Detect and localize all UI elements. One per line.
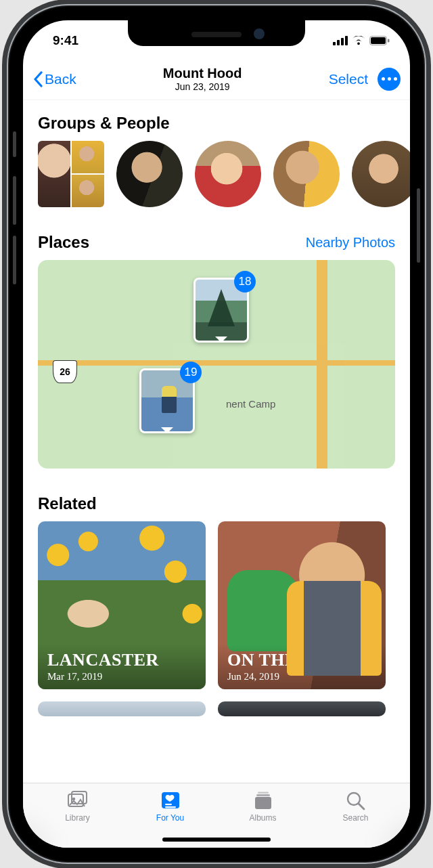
tab-bar: Library For You Albums Search — [23, 783, 410, 848]
person-thumbnail — [72, 175, 104, 207]
select-button[interactable]: Select — [329, 71, 368, 87]
battery-icon — [369, 36, 390, 45]
home-indicator[interactable] — [162, 838, 271, 842]
person-avatar[interactable] — [273, 141, 340, 207]
library-icon — [67, 790, 89, 810]
related-heading: Related — [38, 494, 97, 513]
related-memory-card[interactable] — [38, 701, 206, 716]
route-shield: 26 — [53, 360, 77, 383]
nav-title: Mount Hood — [163, 66, 242, 81]
svg-rect-1 — [337, 40, 340, 45]
people-group-tile[interactable] — [38, 141, 104, 207]
memory-date: Jun 24, 2019 — [227, 671, 376, 682]
map-photo-pin[interactable]: 18 — [193, 278, 249, 343]
person-thumbnail — [72, 141, 104, 173]
people-row[interactable] — [23, 141, 410, 207]
svg-rect-6 — [388, 39, 390, 43]
related-memory-card[interactable]: LANCASTER Mar 17, 2019 — [38, 521, 206, 689]
back-button[interactable]: Back — [32, 71, 76, 87]
memory-title: ON THE TRAIL — [227, 652, 376, 669]
ellipsis-icon — [382, 77, 385, 81]
svg-rect-14 — [256, 794, 270, 796]
nearby-photos-link[interactable]: Nearby Photos — [306, 235, 395, 251]
related-memory-card[interactable] — [218, 701, 386, 716]
memory-title: LANCASTER — [47, 652, 196, 669]
tab-label: Albums — [249, 813, 276, 823]
navigation-bar: Back Mount Hood Jun 23, 2019 Select — [23, 58, 410, 100]
tab-label: Search — [342, 813, 368, 823]
map-photo-pin[interactable]: 19 — [139, 368, 195, 433]
nav-subtitle: Jun 23, 2019 — [163, 81, 242, 92]
svg-rect-2 — [341, 38, 344, 45]
tab-albums[interactable]: Albums — [223, 790, 304, 823]
svg-rect-13 — [255, 797, 271, 809]
svg-rect-0 — [333, 42, 336, 45]
device-notch — [128, 20, 305, 46]
search-icon — [345, 790, 367, 810]
map-place-label: nent Camp — [226, 398, 275, 410]
svg-line-17 — [359, 804, 364, 809]
tab-library[interactable]: Library — [37, 790, 118, 823]
places-heading: Places — [38, 233, 89, 252]
svg-rect-3 — [345, 36, 348, 45]
back-label: Back — [45, 71, 76, 87]
people-heading: Groups & People — [38, 114, 170, 133]
tab-label: For You — [156, 813, 184, 823]
svg-rect-11 — [165, 804, 172, 805]
related-memory-card[interactable]: ON THE TRAIL Jun 24, 2019 — [218, 521, 386, 689]
content-scroll[interactable]: Groups & People Places Nearby Photos — [23, 100, 410, 783]
pin-count-badge: 18 — [234, 271, 256, 292]
svg-point-8 — [72, 798, 74, 800]
person-thumbnail — [38, 141, 70, 207]
svg-rect-5 — [371, 37, 386, 44]
tab-label: Library — [65, 813, 90, 823]
tab-search[interactable]: Search — [315, 790, 396, 823]
places-map[interactable]: 26 nent Camp 18 19 — [38, 260, 395, 469]
status-time: 9:41 — [43, 30, 78, 48]
person-avatar[interactable] — [195, 141, 261, 207]
pin-count-badge: 19 — [180, 362, 202, 383]
for-you-icon — [160, 790, 181, 810]
person-avatar[interactable] — [352, 141, 410, 207]
chevron-left-icon — [32, 71, 43, 87]
cellular-icon — [333, 36, 348, 45]
memory-date: Mar 17, 2019 — [47, 671, 196, 682]
tab-for-you[interactable]: For You — [130, 790, 211, 823]
svg-rect-12 — [165, 806, 176, 808]
wifi-icon — [352, 36, 365, 45]
more-button[interactable] — [378, 68, 401, 91]
nav-title-block: Mount Hood Jun 23, 2019 — [163, 66, 242, 92]
svg-rect-15 — [258, 792, 269, 794]
person-avatar[interactable] — [116, 141, 183, 207]
albums-icon — [252, 790, 274, 810]
